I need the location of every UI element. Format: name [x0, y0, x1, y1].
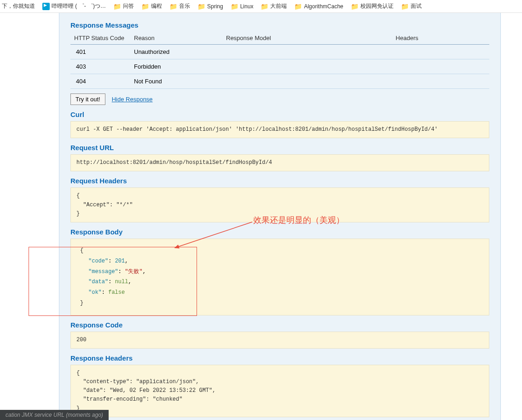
status-reason: Forbidden — [130, 59, 222, 74]
bookmark-label: 哔哩哔哩 ( ゜- ゜)つ… — [52, 2, 106, 10]
folder-icon: 📁 — [141, 3, 149, 10]
bookmark-folder-2[interactable]: 📁音乐 — [169, 2, 190, 10]
try-it-out-button[interactable]: Try it out! — [70, 93, 105, 105]
response-code-title: Response Code — [70, 321, 489, 329]
curl-block: curl -X GET --header 'Accept: applicatio… — [70, 121, 489, 138]
response-body-block: { "code": 201, "message": "失败", "data": … — [70, 239, 489, 315]
folder-icon: 📁 — [351, 3, 359, 10]
folder-icon: 📁 — [113, 3, 121, 10]
request-headers-title: Request Headers — [70, 177, 489, 185]
response-messages-table: HTTP Status Code Reason Response Model H… — [70, 32, 489, 89]
response-headers-title: Response Headers — [70, 354, 489, 362]
request-url-title: Request URL — [70, 144, 489, 152]
response-headers-block: { "content-type": "application/json", "d… — [70, 365, 489, 417]
col-model: Response Model — [222, 32, 392, 45]
folder-icon: 📁 — [401, 3, 409, 10]
bookmark-folder-5[interactable]: 📁大前端 — [261, 2, 287, 10]
bookmark-folder-1[interactable]: 📁编程 — [141, 2, 162, 10]
response-code-block: 200 — [70, 332, 489, 349]
folder-icon: 📁 — [261, 3, 268, 10]
response-messages-title: Response Messages — [70, 21, 489, 29]
bookmarks-bar: 下，你就知道 哔哩哔哩 ( ゜- ゜)つ… 📁问答 📁编程 📁音乐 📁Sprin… — [0, 0, 522, 13]
status-bar: cation JMX service URL (moments ago) — [0, 410, 109, 420]
status-code: 403 — [70, 59, 130, 74]
col-headers: Headers — [392, 32, 489, 45]
bookmark-bilibili[interactable]: 哔哩哔哩 ( ゜- ゜)つ… — [42, 2, 106, 10]
request-url-block: http://localhost:8201/admin/hosp/hospita… — [70, 154, 489, 171]
annotation-text: 效果还是明显的（美观） — [253, 215, 344, 226]
col-reason: Reason — [130, 32, 222, 45]
table-row: 401 Unauthorized — [70, 45, 489, 59]
status-code: 401 — [70, 45, 130, 59]
response-body-title: Response Body — [70, 228, 489, 236]
curl-title: Curl — [70, 111, 489, 118]
bookmark-folder-0[interactable]: 📁问答 — [113, 2, 134, 10]
bookmark-folder-7[interactable]: 📁校园网免认证 — [351, 2, 394, 10]
bookmark-folder-8[interactable]: 📁面试 — [401, 2, 422, 10]
bookmark-folder-3[interactable]: 📁Spring — [197, 3, 223, 10]
bookmark-prefix[interactable]: 下，你就知道 — [2, 2, 35, 10]
status-code: 404 — [70, 74, 130, 89]
col-status: HTTP Status Code — [70, 32, 130, 45]
folder-icon: 📁 — [197, 3, 205, 10]
table-row: 404 Not Found — [70, 74, 489, 89]
bookmark-folder-6[interactable]: 📁AlgorithmCache — [294, 3, 343, 10]
folder-icon: 📁 — [231, 3, 238, 10]
hide-response-link[interactable]: Hide Response — [112, 96, 153, 103]
folder-icon: 📁 — [169, 3, 177, 10]
bilibili-icon — [42, 3, 50, 10]
try-row: Try it out! Hide Response — [70, 93, 489, 105]
status-reason: Not Found — [130, 74, 222, 89]
table-row: 403 Forbidden — [70, 59, 489, 74]
content-area: Response Messages HTTP Status Code Reaso… — [0, 13, 522, 420]
status-reason: Unauthorized — [130, 45, 222, 59]
bookmark-folder-4[interactable]: 📁Linux — [231, 3, 254, 10]
folder-icon: 📁 — [294, 3, 302, 10]
